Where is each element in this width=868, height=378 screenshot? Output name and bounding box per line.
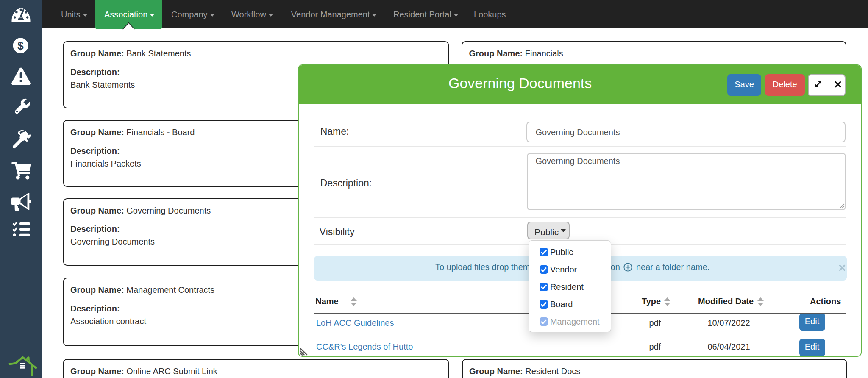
- svg-text:$: $: [17, 39, 24, 52]
